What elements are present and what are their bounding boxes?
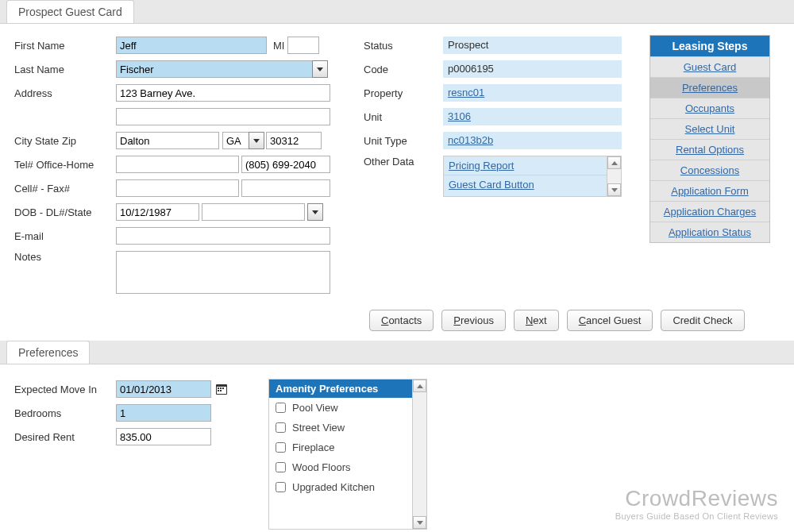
movein-input[interactable] bbox=[116, 380, 211, 398]
state-input[interactable] bbox=[222, 132, 249, 149]
leasing-item-appstatus[interactable]: Application Status bbox=[650, 222, 769, 242]
amenity-header: Amenity Preferences bbox=[269, 380, 426, 398]
chevron-down-icon bbox=[253, 139, 260, 143]
cancel-button[interactable]: Cancel Guest bbox=[567, 310, 653, 331]
watermark: CrowdReviews Buyers Guide Based On Clien… bbox=[615, 486, 778, 521]
scroll-up-button[interactable] bbox=[413, 380, 426, 392]
cell-input[interactable] bbox=[116, 179, 239, 197]
other-data-scrollbar[interactable] bbox=[607, 156, 621, 196]
amenity-item-poolview[interactable]: Pool View bbox=[269, 398, 426, 418]
scroll-up-button[interactable] bbox=[607, 156, 621, 169]
leasing-item-guestcard[interactable]: Guest Card bbox=[650, 56, 769, 77]
leasing-item-preferences[interactable]: Preferences bbox=[650, 77, 769, 98]
leasing-item-selectunit[interactable]: Select Unit bbox=[650, 118, 769, 139]
amenity-item-fireplace[interactable]: Fireplace bbox=[269, 438, 426, 457]
state-dropdown[interactable] bbox=[249, 132, 264, 149]
unittype-link[interactable]: nc013b2b bbox=[448, 134, 493, 146]
leasing-item-rentaloptions[interactable]: Rental Options bbox=[650, 139, 769, 160]
notes-textarea[interactable] bbox=[116, 251, 330, 294]
property-value: resnc01 bbox=[443, 84, 622, 102]
middle-column: Status Prospect Code p0006195 Property r… bbox=[364, 35, 634, 297]
svg-rect-6 bbox=[220, 390, 222, 391]
streetview-checkbox[interactable] bbox=[276, 422, 286, 433]
leasing-item-appform[interactable]: Application Form bbox=[650, 180, 769, 201]
amenity-label: Upgraded Kitchen bbox=[292, 481, 375, 493]
amenity-label: Fireplace bbox=[292, 441, 334, 453]
bedrooms-input[interactable] bbox=[116, 404, 211, 422]
amenity-preferences-box: Amenity Preferences Pool View Street Vie… bbox=[268, 379, 427, 530]
code-value: p0006195 bbox=[443, 60, 622, 78]
tel-home-input[interactable] bbox=[241, 156, 330, 173]
status-label: Status bbox=[364, 40, 443, 52]
fax-input[interactable] bbox=[241, 179, 330, 197]
status-value: Prospect bbox=[443, 37, 622, 54]
svg-rect-5 bbox=[218, 390, 219, 391]
address2-input[interactable] bbox=[116, 108, 330, 125]
action-buttons: Contacts Previous Next Cancel Guest Cred… bbox=[361, 305, 794, 341]
notes-label: Notes bbox=[14, 251, 116, 263]
chevron-up-icon bbox=[611, 161, 618, 165]
right-column: Leasing Steps Guest Card Preferences Occ… bbox=[649, 35, 786, 297]
leasing-item-occupants[interactable]: Occupants bbox=[650, 98, 769, 118]
mi-input[interactable] bbox=[287, 37, 319, 54]
woodfloors-checkbox[interactable] bbox=[276, 462, 286, 472]
guest-card-title: Prospect Guest Card bbox=[6, 0, 134, 23]
last-name-label: Last Name bbox=[14, 64, 116, 75]
unit-label: Unit bbox=[364, 111, 443, 123]
poolview-checkbox[interactable] bbox=[276, 403, 286, 413]
dlstate-dropdown[interactable] bbox=[307, 203, 323, 221]
chevron-up-icon bbox=[417, 384, 423, 388]
credit-check-button[interactable]: Credit Check bbox=[661, 310, 744, 331]
amenity-label: Street View bbox=[292, 422, 345, 434]
calendar-icon[interactable] bbox=[214, 382, 229, 396]
scroll-down-button[interactable] bbox=[413, 516, 426, 529]
last-name-dropdown[interactable] bbox=[312, 60, 328, 78]
previous-button[interactable]: Previous bbox=[441, 310, 506, 331]
leasing-item-appcharges[interactable]: Application Charges bbox=[650, 201, 769, 222]
dlnum-input[interactable] bbox=[202, 203, 305, 221]
cellfax-label: Cell# - Fax# bbox=[14, 183, 116, 195]
address-input[interactable] bbox=[116, 84, 330, 102]
other-data-list: Pricing Report Guest Card Button bbox=[443, 156, 622, 197]
guest-card-button-link[interactable]: Guest Card Button bbox=[449, 179, 534, 191]
pricing-report-link[interactable]: Pricing Report bbox=[449, 160, 514, 172]
property-label: Property bbox=[364, 87, 443, 99]
upgradedkitchen-checkbox[interactable] bbox=[276, 482, 286, 492]
dob-input[interactable] bbox=[116, 203, 199, 221]
other-data-row: Pricing Report bbox=[444, 156, 621, 175]
leasing-item-concessions[interactable]: Concessions bbox=[650, 160, 769, 180]
otherdata-label: Other Data bbox=[364, 156, 443, 168]
dob-label: DOB - DL#/State bbox=[14, 206, 116, 218]
rent-input[interactable] bbox=[116, 428, 211, 445]
leasing-steps-panel: Leasing Steps Guest Card Preferences Occ… bbox=[649, 35, 770, 243]
email-label: E-mail bbox=[14, 230, 116, 242]
next-button[interactable]: Next bbox=[514, 310, 559, 331]
preferences-header: Preferences bbox=[0, 341, 794, 364]
chevron-down-icon bbox=[312, 210, 318, 214]
first-name-label: First Name bbox=[14, 40, 116, 52]
email-input[interactable] bbox=[116, 227, 330, 245]
amenity-item-streetview[interactable]: Street View bbox=[269, 418, 426, 438]
property-link[interactable]: resnc01 bbox=[448, 87, 484, 98]
tel-office-input[interactable] bbox=[116, 156, 239, 173]
fireplace-checkbox[interactable] bbox=[276, 442, 286, 453]
bedrooms-label: Bedrooms bbox=[14, 407, 116, 419]
svg-rect-4 bbox=[222, 387, 224, 389]
unit-link[interactable]: 3106 bbox=[448, 110, 471, 122]
mi-label: MI bbox=[273, 40, 284, 52]
amenity-item-woodfloors[interactable]: Wood Floors bbox=[269, 457, 426, 477]
leasing-header: Leasing Steps bbox=[650, 36, 769, 56]
scroll-down-button[interactable] bbox=[607, 183, 621, 196]
city-input[interactable] bbox=[116, 132, 219, 149]
last-name-input[interactable] bbox=[116, 60, 313, 78]
first-name-input[interactable] bbox=[116, 37, 267, 54]
amenity-scrollbar[interactable] bbox=[412, 380, 426, 529]
contacts-button[interactable]: Contacts bbox=[369, 310, 434, 331]
amenity-item-upgradedkitchen[interactable]: Upgraded Kitchen bbox=[269, 477, 426, 497]
left-column: First Name MI Last Name Address City Sta… bbox=[14, 35, 348, 297]
zip-input[interactable] bbox=[266, 132, 322, 149]
address-label: Address bbox=[14, 87, 116, 99]
guest-card-header: Prospect Guest Card bbox=[0, 0, 794, 24]
unit-value: 3106 bbox=[443, 108, 622, 125]
amenity-label: Wood Floors bbox=[292, 461, 350, 473]
